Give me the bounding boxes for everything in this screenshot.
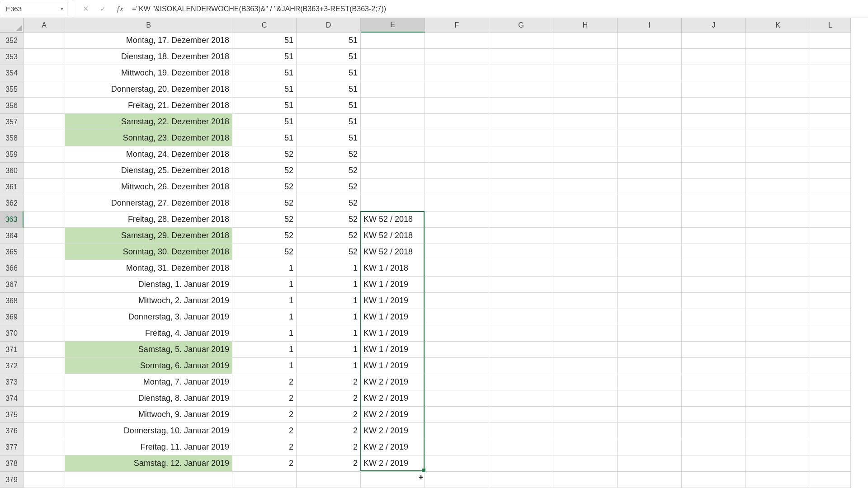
row-header[interactable]: 363 [0, 211, 24, 228]
cell-week-c[interactable]: 1 [232, 342, 297, 358]
cell[interactable] [810, 390, 851, 407]
cell-kw[interactable] [361, 146, 425, 163]
cell-kw[interactable]: KW 2 / 2019 [361, 439, 425, 455]
cell[interactable] [618, 211, 682, 228]
cell[interactable] [489, 163, 553, 179]
cell-week-c[interactable]: 1 [232, 260, 297, 277]
cell[interactable] [618, 81, 682, 98]
cell[interactable] [489, 244, 553, 260]
cell-kw[interactable]: KW 2 / 2019 [361, 390, 425, 407]
row-header[interactable]: 379 [0, 472, 24, 488]
cell[interactable] [682, 390, 746, 407]
cell[interactable] [553, 472, 618, 488]
cell[interactable] [553, 33, 618, 49]
cell-date[interactable]: Donnerstag, 10. Januar 2019 [65, 423, 232, 439]
cell[interactable] [24, 244, 65, 260]
cell-date[interactable]: Freitag, 11. Januar 2019 [65, 439, 232, 455]
cell-week-d[interactable]: 52 [297, 244, 361, 260]
cell-date[interactable]: Dienstag, 1. Januar 2019 [65, 277, 232, 293]
cell[interactable] [810, 179, 851, 195]
cell-week-c[interactable]: 1 [232, 293, 297, 309]
row-header[interactable]: 361 [0, 179, 24, 195]
fx-icon[interactable]: ƒx [114, 3, 126, 15]
confirm-icon[interactable]: ✓ [97, 3, 108, 15]
cell[interactable] [746, 472, 810, 488]
row-header[interactable]: 369 [0, 309, 24, 325]
cell[interactable] [746, 81, 810, 98]
cell[interactable] [810, 49, 851, 65]
column-header-D[interactable]: D [297, 18, 361, 33]
cell[interactable] [746, 163, 810, 179]
cell-kw[interactable] [361, 472, 425, 488]
name-box[interactable]: E363 ▼ [2, 2, 67, 16]
cell[interactable] [489, 211, 553, 228]
cell[interactable] [746, 277, 810, 293]
row-header[interactable]: 364 [0, 228, 24, 244]
cell-week-d[interactable]: 2 [297, 390, 361, 407]
cell[interactable] [746, 228, 810, 244]
cell-date[interactable]: Samstag, 5. Januar 2019 [65, 342, 232, 358]
cell-week-c[interactable]: 1 [232, 309, 297, 325]
row-header[interactable]: 367 [0, 277, 24, 293]
cell-week-d[interactable]: 51 [297, 81, 361, 98]
cell[interactable] [618, 98, 682, 114]
cell-kw[interactable] [361, 98, 425, 114]
cell[interactable] [425, 130, 489, 146]
column-header-I[interactable]: I [618, 18, 682, 33]
cell[interactable] [810, 130, 851, 146]
cell[interactable] [425, 325, 489, 342]
cell-week-d[interactable]: 1 [297, 293, 361, 309]
row-header[interactable]: 368 [0, 293, 24, 309]
cell-kw[interactable] [361, 33, 425, 49]
cell[interactable] [489, 49, 553, 65]
cell[interactable] [682, 49, 746, 65]
cell[interactable] [425, 211, 489, 228]
cell[interactable] [553, 130, 618, 146]
cell-kw[interactable]: KW 1 / 2019 [361, 277, 425, 293]
cell[interactable] [553, 390, 618, 407]
cell[interactable] [24, 455, 65, 472]
cell[interactable] [682, 81, 746, 98]
cell[interactable] [618, 65, 682, 81]
column-header-E[interactable]: E [361, 18, 425, 33]
cell[interactable] [682, 228, 746, 244]
cell[interactable] [489, 114, 553, 130]
cell[interactable] [553, 374, 618, 390]
cell[interactable] [425, 439, 489, 455]
cell[interactable] [682, 146, 746, 163]
cell-kw[interactable]: KW 2 / 2019 [361, 423, 425, 439]
cell-date[interactable]: Dienstag, 25. Dezember 2018 [65, 163, 232, 179]
cell[interactable] [682, 472, 746, 488]
cell-week-c[interactable]: 2 [232, 439, 297, 455]
cell[interactable] [618, 277, 682, 293]
cell-kw[interactable]: KW 2 / 2019 [361, 374, 425, 390]
cell[interactable] [24, 309, 65, 325]
cell[interactable] [24, 374, 65, 390]
cell-week-d[interactable]: 1 [297, 309, 361, 325]
cell-week-c[interactable]: 51 [232, 114, 297, 130]
cell[interactable] [810, 472, 851, 488]
cell-week-c[interactable]: 52 [232, 146, 297, 163]
cell[interactable] [810, 342, 851, 358]
cell[interactable] [618, 342, 682, 358]
cell[interactable] [24, 146, 65, 163]
cell-week-d[interactable]: 2 [297, 455, 361, 472]
cell-week-c[interactable]: 52 [232, 244, 297, 260]
cell-week-d[interactable]: 51 [297, 130, 361, 146]
cell-week-d[interactable]: 1 [297, 277, 361, 293]
cell[interactable] [24, 33, 65, 49]
cell[interactable] [489, 98, 553, 114]
cell[interactable] [425, 423, 489, 439]
cell-week-c[interactable]: 2 [232, 407, 297, 423]
cell[interactable] [24, 439, 65, 455]
cell[interactable] [682, 277, 746, 293]
cell-date[interactable]: Donnerstag, 27. Dezember 2018 [65, 195, 232, 211]
cell[interactable] [618, 472, 682, 488]
cell-week-d[interactable]: 51 [297, 114, 361, 130]
cell[interactable] [746, 49, 810, 65]
cell[interactable] [24, 81, 65, 98]
cell[interactable] [553, 98, 618, 114]
cell-week-c[interactable]: 1 [232, 277, 297, 293]
cell[interactable] [425, 179, 489, 195]
cell[interactable] [553, 358, 618, 374]
